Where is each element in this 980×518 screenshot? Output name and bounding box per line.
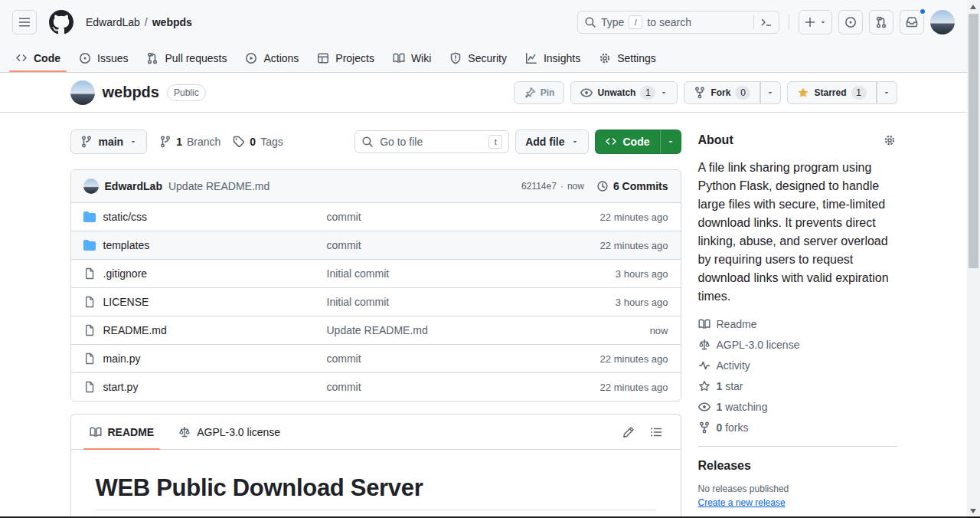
file-commit-time: 3 hours ago — [616, 297, 668, 308]
file-commit-message-link[interactable]: commit — [327, 239, 600, 251]
scrollbar-down-arrow[interactable] — [970, 509, 976, 513]
table-row[interactable]: start.pycommit22 minutes ago — [71, 372, 681, 401]
commit-message-link[interactable]: Update README.md — [168, 180, 270, 192]
branches-link[interactable]: 1Branch — [159, 136, 220, 148]
commit-history-link[interactable]: 6 Commits — [596, 180, 668, 192]
chevron-down-icon — [571, 138, 579, 146]
sidebar-meta-watching[interactable]: 1 watching — [698, 401, 897, 413]
breadcrumb-owner-link[interactable]: EdwardLab — [86, 16, 140, 28]
file-name-link[interactable]: README.md — [103, 324, 167, 336]
hamburger-menu-button[interactable] — [12, 10, 37, 34]
table-row[interactable]: .gitignoreInitial commit3 hours ago — [71, 259, 681, 287]
repo-tab-wiki[interactable]: Wiki — [387, 44, 437, 72]
go-to-file-input[interactable] — [380, 136, 482, 148]
repo-tab-settings[interactable]: Settings — [593, 44, 662, 72]
table-row[interactable]: templatescommit22 minutes ago — [71, 231, 681, 259]
branch-selector-button[interactable]: main — [70, 130, 148, 154]
commit-sha-link[interactable]: 62114e7 — [521, 181, 557, 192]
table-row[interactable]: LICENSEInitial commit3 hours ago — [71, 287, 681, 316]
about-heading: About — [698, 133, 733, 147]
file-commit-message-link[interactable]: Initial commit — [327, 296, 616, 308]
tag-icon — [233, 136, 245, 148]
sidebar-meta-label: 1 star — [717, 380, 743, 392]
user-avatar[interactable] — [930, 10, 955, 34]
file-commit-message-link[interactable]: Initial commit — [327, 267, 616, 280]
file-commit-message-link[interactable]: commit — [327, 352, 600, 365]
tab-license[interactable]: AGPL-3.0 license — [166, 415, 292, 449]
repo-tab-code[interactable]: Code — [9, 44, 67, 72]
releases-heading: Releases — [698, 459, 897, 473]
issue-icon — [79, 52, 91, 64]
table-row[interactable]: README.mdUpdate README.mdnow — [71, 316, 681, 344]
file-commit-message-link[interactable]: commit — [327, 381, 600, 393]
global-search-input[interactable]: Type / to search — [577, 11, 779, 34]
pin-button[interactable]: Pin — [514, 81, 565, 104]
issues-dashboard-button[interactable] — [838, 10, 863, 34]
scrollbar[interactable] — [967, 0, 980, 518]
file-name-link[interactable]: .gitignore — [103, 267, 148, 280]
table-row[interactable]: static/csscommit22 minutes ago — [71, 202, 681, 231]
notification-dot — [919, 8, 926, 15]
sidebar-meta-label: Activity — [717, 359, 750, 372]
commit-author-link[interactable]: EdwardLab — [105, 180, 162, 192]
tags-link[interactable]: 0Tags — [233, 136, 283, 148]
file-name-link[interactable]: templates — [103, 239, 150, 251]
repo-title-link[interactable]: webpds — [103, 84, 159, 101]
plus-icon — [804, 16, 816, 28]
inbox-icon — [906, 16, 918, 28]
code-dropdown-button[interactable] — [660, 130, 681, 154]
file-icon — [83, 352, 96, 365]
table-row[interactable]: main.pycommit22 minutes ago — [71, 344, 681, 372]
scrollbar-thumb[interactable] — [969, 14, 978, 268]
create-release-link[interactable]: Create a new release — [698, 497, 786, 508]
repo-tab-security[interactable]: Security — [443, 44, 513, 72]
create-new-button[interactable] — [799, 10, 832, 34]
repo-tab-label: Projects — [335, 52, 374, 64]
chevron-down-icon — [819, 18, 827, 26]
file-name-link[interactable]: LICENSE — [103, 296, 149, 308]
about-description: A file link sharing program using Python… — [698, 159, 897, 306]
star-icon — [698, 380, 710, 392]
eye-icon — [580, 87, 593, 99]
tab-readme[interactable]: README — [77, 415, 167, 449]
file-name-link[interactable]: static/css — [103, 211, 148, 223]
repo-tab-insights[interactable]: Insights — [519, 44, 586, 72]
pr-icon — [146, 52, 158, 64]
sidebar-meta-label: 1 watching — [717, 401, 768, 413]
repo-meta-list: ReadmeAGPL-3.0 licenseActivity1 star1 wa… — [698, 318, 897, 434]
breadcrumb-repo-link[interactable]: webpds — [152, 16, 192, 28]
file-name-link[interactable]: start.py — [103, 381, 139, 393]
repo-tab-issues[interactable]: Issues — [73, 44, 134, 72]
sidebar-meta-star[interactable]: 1 star — [698, 380, 897, 392]
file-icon — [83, 324, 96, 336]
inbox-button[interactable] — [900, 10, 924, 34]
github-logo[interactable] — [49, 10, 74, 34]
repo-tab-actions[interactable]: Actions — [239, 44, 305, 72]
file-commit-message-link[interactable]: Update README.md — [327, 324, 650, 336]
code-download-button[interactable]: Code — [595, 130, 660, 154]
add-file-button[interactable]: Add file — [515, 130, 588, 154]
outline-button[interactable] — [644, 420, 668, 444]
edit-readme-button[interactable] — [616, 420, 641, 444]
scrollbar-up-arrow[interactable] — [970, 5, 976, 9]
unwatch-button[interactable]: Unwatch 1 — [570, 81, 678, 104]
fork-button[interactable]: Fork 0 — [684, 81, 760, 104]
sidebar-meta-readme[interactable]: Readme — [698, 318, 897, 330]
command-palette-icon[interactable] — [760, 16, 773, 28]
law-icon — [178, 426, 191, 438]
shield-icon — [449, 52, 462, 64]
repo-tab-projects[interactable]: Projects — [311, 44, 381, 72]
fork-dropdown-button[interactable] — [760, 81, 781, 104]
breadcrumb: EdwardLab / webpds — [86, 16, 192, 28]
file-commit-message-link[interactable]: commit — [327, 211, 600, 223]
edit-about-button[interactable] — [882, 133, 897, 148]
star-dropdown-button[interactable] — [877, 81, 897, 104]
starred-button[interactable]: Starred 1 — [787, 81, 876, 104]
sidebar-meta-forks[interactable]: 0 forks — [698, 421, 897, 434]
pull-requests-dashboard-button[interactable] — [869, 10, 893, 34]
chevron-down-icon — [667, 138, 675, 146]
sidebar-meta-agpl-3-0-license[interactable]: AGPL-3.0 license — [698, 339, 897, 351]
repo-tab-pull-requests[interactable]: Pull requests — [140, 44, 233, 72]
sidebar-meta-activity[interactable]: Activity — [698, 359, 897, 372]
file-name-link[interactable]: main.py — [103, 352, 141, 365]
